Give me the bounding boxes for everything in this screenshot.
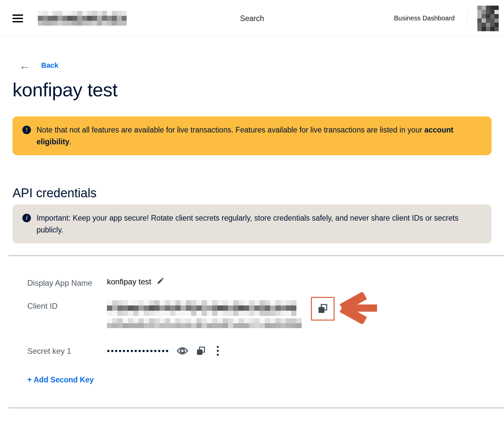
client-id-row: Client ID (27, 300, 491, 328)
search-link[interactable]: Search (240, 14, 264, 23)
page-title: konfipay test (13, 79, 491, 101)
highlight-arrow-annotation (338, 292, 377, 326)
edit-pencil-icon[interactable] (157, 277, 164, 285)
copy-secret-icon[interactable] (195, 346, 206, 356)
show-secret-eye-icon[interactable] (177, 346, 188, 355)
add-second-key-link[interactable]: + Add Second Key (27, 375, 94, 384)
avatar[interactable] (477, 6, 499, 31)
api-credentials-heading: API credentials (13, 186, 491, 200)
back-arrow-icon[interactable]: ← (19, 60, 30, 70)
display-app-name-label: Display App Name (27, 277, 107, 289)
notice-text: Note that not all features are available… (37, 124, 482, 148)
section-divider-top (9, 255, 504, 256)
display-app-name-value: konfipay test (107, 277, 151, 286)
secret-key-label: Secret key 1 (27, 345, 107, 357)
business-dashboard-link[interactable]: Business Dashboard (394, 14, 455, 22)
header-divider (467, 11, 467, 26)
client-id-value-redacted (107, 300, 302, 328)
kebab-menu-icon[interactable] (215, 345, 220, 356)
security-text: Important: Keep your app secure! Rotate … (37, 212, 482, 236)
back-navigation: ← Back (13, 60, 491, 70)
security-important-banner: i Important: Keep your app secure! Rotat… (13, 205, 491, 243)
secret-key-row: Secret key 1 •••••••••••••••• (27, 345, 491, 357)
top-navigation-bar: Search Business Dashboard (0, 0, 504, 37)
copy-client-id-button[interactable] (311, 297, 335, 321)
app-logo[interactable] (38, 11, 127, 26)
notice-text-before: Note that not all features are available… (37, 126, 424, 134)
client-id-label: Client ID (27, 300, 107, 312)
display-app-name-row: Display App Name konfipay test (27, 277, 491, 289)
credentials-fields: Display App Name konfipay test Client ID (13, 277, 491, 384)
section-divider-bottom (9, 407, 504, 408)
back-link[interactable]: Back (41, 61, 59, 70)
live-transactions-notice-banner: ! Note that not all features are availab… (13, 116, 491, 155)
info-icon: i (22, 214, 31, 222)
hamburger-menu-icon[interactable] (13, 14, 23, 23)
main-content: ← Back konfipay test ! Note that not all… (13, 60, 491, 243)
warning-icon: ! (22, 126, 31, 134)
secret-key-masked-value: •••••••••••••••• (107, 346, 169, 356)
notice-text-after: . (69, 137, 71, 146)
